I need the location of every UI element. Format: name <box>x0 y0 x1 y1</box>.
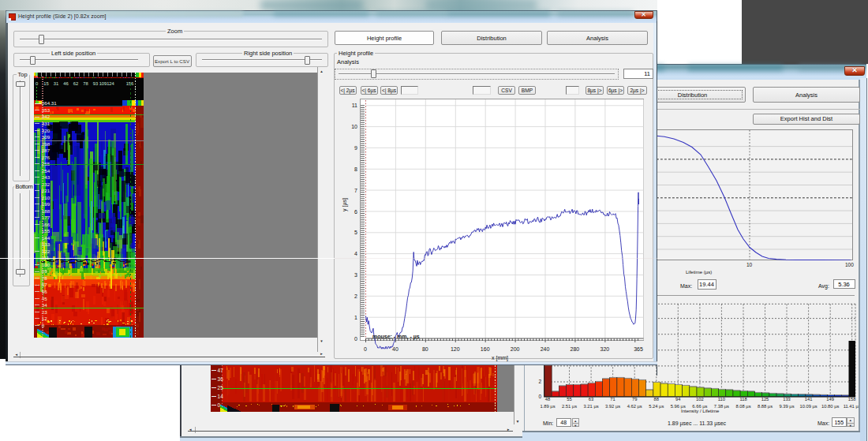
svg-text:8.88 µs: 8.88 µs <box>758 404 773 409</box>
svg-text:141: 141 <box>805 397 813 402</box>
svg-text:48: 48 <box>545 397 550 402</box>
svg-text:1.89 µs: 1.89 µs <box>540 404 555 409</box>
svg-text:10.09 µs: 10.09 µs <box>799 404 817 409</box>
svg-text:158: 158 <box>848 397 856 402</box>
svg-text:3.92 µs: 3.92 µs <box>605 404 620 409</box>
svg-text:3.21 µs: 3.21 µs <box>584 404 599 409</box>
svg-text:9.39 µs: 9.39 µs <box>779 404 794 409</box>
svg-text:0: 0 <box>538 394 541 399</box>
svg-text:79: 79 <box>632 397 637 402</box>
svg-text:88: 88 <box>654 397 659 402</box>
svg-text:4.62 µs: 4.62 µs <box>627 404 642 409</box>
svg-text:2: 2 <box>538 379 541 384</box>
svg-text:63: 63 <box>589 397 593 402</box>
svg-text:94: 94 <box>675 397 681 402</box>
svg-text:133: 133 <box>783 397 791 402</box>
svg-text:5.24 µs: 5.24 µs <box>649 404 664 409</box>
svg-text:11.41 µs: 11.41 µs <box>844 404 859 409</box>
svg-text:110: 110 <box>718 397 725 402</box>
svg-text:55: 55 <box>567 397 571 402</box>
svg-text:8.08 µs: 8.08 µs <box>735 404 750 409</box>
svg-text:0: 0 <box>218 402 221 408</box>
svg-text:118: 118 <box>739 397 746 402</box>
svg-text:71: 71 <box>610 397 615 402</box>
svg-text:10.80 µs: 10.80 µs <box>821 404 839 409</box>
svg-text:2.51 µs: 2.51 µs <box>562 404 577 409</box>
svg-text:149: 149 <box>826 397 834 402</box>
svg-text:102: 102 <box>696 397 704 402</box>
svg-text:125: 125 <box>761 397 769 402</box>
